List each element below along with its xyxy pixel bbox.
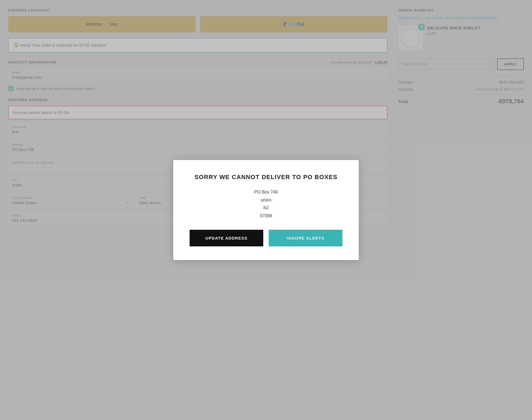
modal-address: PO Box 746 union NJ 07088: [190, 188, 342, 220]
modal-address-line4: 07088: [190, 212, 342, 220]
modal-buttons: UPDATE ADDRESS IGNORE ALERTS: [190, 230, 342, 246]
modal-address-line3: NJ: [190, 204, 342, 212]
update-address-button[interactable]: UPDATE ADDRESS: [190, 230, 263, 246]
ignore-alerts-button[interactable]: IGNORE ALERTS: [269, 230, 342, 246]
modal-box: SORRY WE CANNOT DELIVER TO PO BOXES PO B…: [173, 160, 359, 260]
modal-overlay: SORRY WE CANNOT DELIVER TO PO BOXES PO B…: [0, 0, 532, 420]
page-wrapper: EXPRESS CHECKOUT amazon ⌒ pay 𝐏 PayPal 😱…: [0, 0, 532, 420]
modal-address-line2: union: [190, 196, 342, 204]
modal-title: SORRY WE CANNOT DELIVER TO PO BOXES: [190, 174, 342, 181]
modal-address-line1: PO Box 746: [190, 188, 342, 196]
